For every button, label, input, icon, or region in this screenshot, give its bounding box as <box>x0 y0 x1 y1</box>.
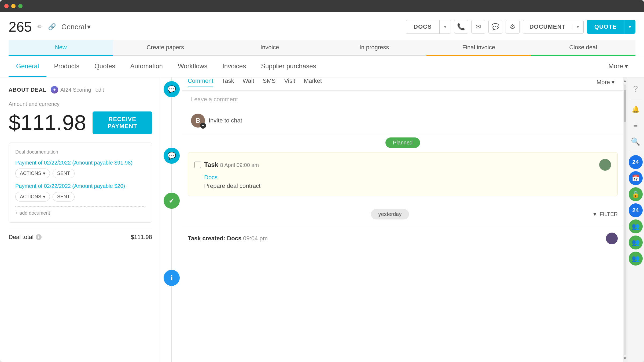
titlebar <box>0 0 644 12</box>
filter-icon: ▼ <box>592 211 598 217</box>
help-icon[interactable]: ? <box>629 82 643 96</box>
stage-final-invoice[interactable]: Final invoice <box>426 40 531 56</box>
task-created-row: Task created: Docs 09:04 pm <box>182 227 623 250</box>
24-badge-icon[interactable]: 24 <box>629 155 643 169</box>
actions-dropdown-1[interactable]: ACTIONS ▾ <box>15 169 50 178</box>
tab-workflows[interactable]: Workflows <box>170 56 215 77</box>
activity-tab-visit[interactable]: Visit <box>284 77 295 87</box>
task-created-time: 09:04 pm <box>243 235 268 242</box>
chat-button[interactable]: 💬 <box>488 20 502 34</box>
notification-bell-icon[interactable]: 🔔 <box>629 102 643 116</box>
search-sidebar-icon[interactable]: 🔍 <box>629 135 643 148</box>
document-list-icon[interactable]: ≡ <box>629 118 643 132</box>
task-creator-avatar <box>606 233 618 244</box>
docs-dropdown-button[interactable]: ▾ <box>439 20 451 33</box>
people-icon-1[interactable]: 👥 <box>629 219 643 233</box>
tab-dropdown[interactable]: General ▾ <box>61 23 91 31</box>
stage-close-deal[interactable]: Close deal <box>531 40 636 56</box>
user-avatar: B + <box>191 114 205 128</box>
chat-timeline-icon: 💬 <box>164 148 180 164</box>
ai-scoring[interactable]: ✦ AI24 Scoring <box>51 86 91 94</box>
activity-tab-comment[interactable]: Comment <box>188 77 213 87</box>
deal-number: 265 <box>9 19 32 35</box>
tab-quotes[interactable]: Quotes <box>87 56 123 77</box>
scroll-thumb[interactable] <box>624 90 626 122</box>
info-icon[interactable]: i <box>36 234 42 240</box>
task-title: Task 8 April 09:00 am <box>204 161 259 169</box>
activity-more-button[interactable]: More ▾ <box>597 79 614 86</box>
minimize-button[interactable] <box>11 4 16 8</box>
activity-tab-wait[interactable]: Wait <box>243 77 254 87</box>
task-docs-link[interactable]: Docs <box>194 174 611 181</box>
close-button[interactable] <box>4 4 9 8</box>
payment-link-2[interactable]: Payment of 02/22/2022 (Amount payable $2… <box>15 183 145 189</box>
left-panel: ABOUT DEAL ✦ AI24 Scoring edit Amount an… <box>0 77 161 362</box>
about-deal-title: ABOUT DEAL <box>9 87 46 93</box>
deal-total-row: Deal total i $111.98 <box>9 229 152 241</box>
add-document-link[interactable]: + add document <box>15 206 145 216</box>
stage-new[interactable]: New <box>9 40 113 56</box>
edit-link[interactable]: edit <box>95 87 104 93</box>
quote-main-button[interactable]: QUOTE <box>587 23 624 30</box>
info-timeline-icon: ℹ <box>164 270 180 286</box>
payment-link-1[interactable]: Payment of 02/22/2022 (Amount payable $9… <box>15 160 145 166</box>
tab-general[interactable]: General <box>9 56 46 77</box>
amount-label: Amount and currency <box>9 101 152 107</box>
add-to-chat-icon[interactable]: + <box>200 123 206 129</box>
tab-supplier-purchases[interactable]: Supplier purchases <box>253 56 323 77</box>
sidebar-divider-1 <box>630 99 642 99</box>
tab-invoices[interactable]: Invoices <box>215 56 253 77</box>
receive-payment-button[interactable]: RECEIVE PAYMENT <box>93 111 152 134</box>
document-button[interactable]: DOCUMENT ▾ <box>523 20 584 34</box>
header: 265 ✏ 🔗 General ▾ DOCS ▾ 📞 <box>0 12 644 56</box>
sidebar-divider-2 <box>630 152 642 152</box>
tab-more[interactable]: More ▾ <box>601 56 635 77</box>
payment2-actions: ACTIONS ▾ SENT <box>15 192 145 201</box>
scroll-track[interactable] <box>624 84 626 355</box>
right-sidebar: ? 🔔 ≡ 🔍 24 📅 🔒 24 👥 👥 👥 <box>627 77 644 362</box>
comment-input[interactable]: Leave a comment <box>182 91 623 108</box>
docs-button[interactable]: DOCS ▾ <box>406 20 451 34</box>
email-button[interactable]: ✉ <box>471 20 485 34</box>
stage-create-papers[interactable]: Create papers <box>113 40 218 56</box>
settings-button[interactable]: ⚙ <box>506 20 520 34</box>
people-icon-2[interactable]: 👥 <box>629 236 643 249</box>
nav-tabs: General Products Quotes Automation Workf… <box>0 56 644 77</box>
scroll-down-arrow[interactable]: ▼ <box>623 355 627 362</box>
maximize-button[interactable] <box>18 4 23 8</box>
sent-badge-2: SENT <box>53 192 75 201</box>
tab-automation[interactable]: Automation <box>123 56 170 77</box>
lock-sidebar-icon[interactable]: 🔒 <box>629 187 643 201</box>
task-checkbox[interactable] <box>194 162 201 168</box>
people-icon-3[interactable]: 👥 <box>629 252 643 266</box>
invite-to-chat-label[interactable]: Invite to chat <box>209 117 242 124</box>
24-circle-icon[interactable]: 24 <box>629 203 643 217</box>
docs-main-button[interactable]: DOCS <box>406 20 439 33</box>
stage-in-progress[interactable]: In progress <box>322 40 427 56</box>
quote-dropdown-button[interactable]: ▾ <box>624 20 635 34</box>
right-panel: 💬 💬 ✔ ℹ <box>161 77 627 362</box>
edit-icon[interactable]: ✏ <box>37 23 43 31</box>
tab-products[interactable]: Products <box>46 56 87 77</box>
phone-button[interactable]: 📞 <box>454 20 468 34</box>
stage-invoice[interactable]: Invoice <box>218 40 322 56</box>
header-actions: DOCS ▾ 📞 ✉ 💬 ⚙ <box>406 20 635 34</box>
activity-tab-market[interactable]: Market <box>304 77 322 87</box>
email-icon: ✉ <box>476 23 481 31</box>
scrollbar[interactable]: ▲ ▼ <box>623 77 627 362</box>
activity-feed: Comment Task Wait SMS <box>182 77 623 362</box>
actions-dropdown-2[interactable]: ACTIONS ▾ <box>15 192 50 201</box>
calendar-sidebar-icon[interactable]: 📅 <box>629 171 643 185</box>
document-arrow-icon[interactable]: ▾ <box>572 24 583 30</box>
activity-tabs: Comment Task Wait SMS <box>182 77 623 91</box>
chevron-icon-2: ▾ <box>43 194 45 200</box>
payment1-actions: ACTIONS ▾ SENT <box>15 169 145 178</box>
quote-button[interactable]: QUOTE ▾ <box>587 20 635 34</box>
filter-button[interactable]: ▼ FILTER <box>592 211 618 217</box>
pipeline: New Create papers Invoice In progress Fi… <box>9 40 635 56</box>
link-icon[interactable]: 🔗 <box>48 23 56 31</box>
scroll-up-arrow[interactable]: ▲ <box>623 77 627 84</box>
activity-tab-task[interactable]: Task <box>222 77 234 87</box>
task-assignee-avatar <box>599 159 611 171</box>
activity-tab-sms[interactable]: SMS <box>263 77 276 87</box>
